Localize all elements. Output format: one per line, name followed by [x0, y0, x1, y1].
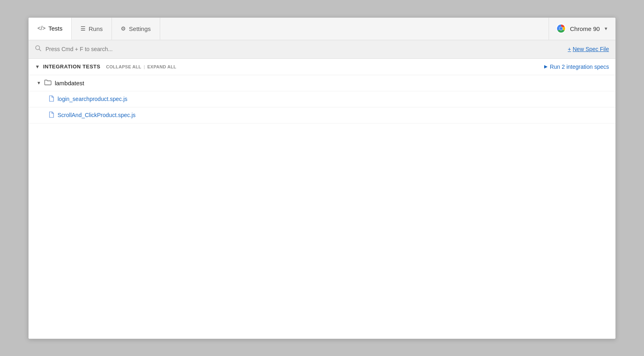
svg-point-2	[559, 27, 563, 30]
tab-tests[interactable]: </> Tests	[29, 18, 72, 40]
tab-settings[interactable]: ⚙ Settings	[112, 18, 160, 40]
section-header: ▼ INTEGRATION TESTS COLLAPSE ALL | EXPAN…	[29, 59, 615, 75]
file-name-0: login_searchproduct.spec.js	[58, 96, 128, 102]
nav-spacer	[160, 18, 549, 40]
search-bar: + New Spec File	[29, 40, 615, 59]
folder-row-lambdatest[interactable]: ▼ lambdatest	[29, 75, 615, 91]
app-window: </> Tests ☰ Runs ⚙ Settings	[28, 17, 616, 339]
tab-runs-label: Runs	[89, 25, 103, 32]
file-row-0[interactable]: login_searchproduct.spec.js	[29, 91, 615, 107]
browser-chevron-icon: ▼	[604, 26, 608, 31]
file-icon-0	[49, 95, 54, 103]
action-divider: |	[144, 64, 145, 69]
svg-line-4	[39, 49, 41, 51]
new-spec-plus: +	[568, 46, 571, 52]
runs-icon: ☰	[80, 25, 86, 32]
collapse-all-button[interactable]: COLLAPSE ALL	[106, 64, 142, 69]
section-toggle-icon[interactable]: ▼	[35, 64, 40, 70]
settings-icon: ⚙	[121, 25, 126, 32]
search-icon	[35, 45, 41, 53]
file-tree: ▼ lambdatest login_searchproduct.spec.js	[29, 75, 615, 339]
folder-toggle-icon: ▼	[37, 80, 41, 85]
run-specs-label: Run 2 integration specs	[550, 64, 609, 70]
new-spec-label: New Spec File	[573, 46, 609, 52]
expand-all-button[interactable]: EXPAND ALL	[147, 64, 176, 69]
section-actions: COLLAPSE ALL | EXPAND ALL	[106, 64, 176, 69]
tests-icon: </>	[37, 25, 45, 31]
browser-name: Chrome 90	[570, 25, 600, 32]
new-spec-button[interactable]: + New Spec File	[568, 46, 609, 52]
section-title: INTEGRATION TESTS	[43, 64, 101, 70]
file-name-1: ScrollAnd_ClickProduct.spec.js	[58, 112, 136, 118]
folder-icon	[44, 79, 52, 87]
file-row-1[interactable]: ScrollAnd_ClickProduct.spec.js	[29, 107, 615, 123]
file-icon-1	[49, 111, 54, 119]
tab-settings-label: Settings	[129, 25, 151, 32]
folder-name: lambdatest	[55, 80, 84, 86]
tab-runs[interactable]: ☰ Runs	[72, 18, 112, 40]
chrome-icon	[556, 24, 566, 33]
browser-selector[interactable]: Chrome 90 ▼	[549, 18, 615, 40]
run-specs-button[interactable]: ▶ Run 2 integration specs	[544, 64, 609, 70]
search-input[interactable]	[45, 46, 564, 52]
tab-tests-label: Tests	[48, 25, 62, 32]
nav-bar: </> Tests ☰ Runs ⚙ Settings	[29, 18, 615, 40]
play-icon: ▶	[544, 64, 547, 69]
